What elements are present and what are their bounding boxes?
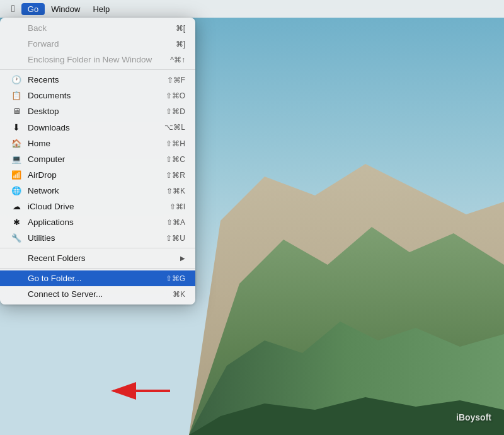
computer-shortcut: ⇧⌘C [166, 155, 185, 164]
icloud-shortcut: ⇧⌘I [169, 202, 185, 211]
sep-1 [0, 69, 195, 70]
menu-item-network[interactable]: 🌐 Network ⇧⌘K [0, 183, 195, 199]
desktop-shortcut: ⇧⌘D [166, 107, 185, 116]
icloud-label: iCloud Drive [28, 202, 169, 211]
desktop-icon: 🖥 [10, 107, 23, 116]
forward-label: Forward [28, 39, 176, 49]
menu-item-airdrop[interactable]: 📶 AirDrop ⇧⌘R [0, 167, 195, 183]
airdrop-icon: 📶 [10, 170, 23, 180]
menu-item-downloads[interactable]: ⬇ Downloads ⌥⌘L [0, 119, 195, 136]
menu-item-home[interactable]: 🏠 Home ⇧⌘H [0, 136, 195, 151]
sep-2 [0, 248, 195, 248]
red-arrow-svg [101, 378, 176, 403]
menu-item-connect-server[interactable]: Connect to Server... ⌘K [0, 286, 195, 302]
forward-shortcut: ⌘] [176, 40, 185, 49]
home-shortcut: ⇧⌘H [166, 139, 185, 148]
sep-3 [0, 268, 195, 269]
menu-item-desktop[interactable]: 🖥 Desktop ⇧⌘D [0, 103, 195, 119]
back-label: Back [28, 23, 176, 33]
menu-item-computer[interactable]: 💻 Computer ⇧⌘C [0, 151, 195, 167]
enclosing-shortcut: ^⌘↑ [170, 55, 185, 64]
recent-folders-label: Recent Folders [28, 253, 180, 263]
recent-folders-arrow: ▶ [180, 255, 185, 262]
downloads-label: Downloads [28, 123, 164, 132]
menu-item-applications[interactable]: ✱ Applications ⇧⌘A [0, 214, 195, 230]
go-menu-dropdown: Back ⌘[ Forward ⌘] Enclosing Folder in N… [0, 18, 195, 304]
airdrop-shortcut: ⇧⌘R [166, 171, 185, 180]
menubar-window[interactable]: Window [45, 3, 86, 15]
downloads-icon: ⬇ [10, 122, 23, 132]
recents-label: Recents [28, 75, 167, 84]
menubar-go[interactable]: Go [21, 3, 45, 15]
applications-icon: ✱ [10, 218, 23, 227]
menu-item-back[interactable]: Back ⌘[ [0, 20, 195, 36]
home-icon: 🏠 [10, 139, 23, 148]
menu-item-icloud[interactable]: ☁ iCloud Drive ⇧⌘I [0, 199, 195, 214]
home-label: Home [28, 139, 166, 148]
utilities-shortcut: ⇧⌘U [166, 234, 185, 243]
arrow-annotation [101, 378, 176, 406]
connect-server-label: Connect to Server... [28, 289, 173, 299]
recents-shortcut: ⇧⌘F [167, 76, 185, 84]
network-label: Network [28, 186, 166, 195]
menu-item-documents[interactable]: 📋 Documents ⇧⌘O [0, 88, 195, 103]
documents-label: Documents [28, 91, 166, 100]
goto-folder-label: Go to Folder... [28, 274, 166, 283]
menu-item-utilities[interactable]: 🔧 Utilities ⇧⌘U [0, 230, 195, 246]
utilities-icon: 🔧 [10, 233, 23, 243]
watermark: iBoysoft [456, 412, 491, 422]
documents-shortcut: ⇧⌘O [166, 91, 185, 100]
menubar:  Go Window Help [0, 0, 504, 18]
goto-folder-shortcut: ⇧⌘G [166, 274, 185, 283]
airdrop-label: AirDrop [28, 170, 166, 180]
menu-item-recent-folders[interactable]: Recent Folders ▶ [0, 250, 195, 266]
documents-icon: 📋 [10, 91, 23, 100]
menubar-help[interactable]: Help [86, 3, 116, 15]
menu-item-goto-folder[interactable]: Go to Folder... ⇧⌘G [0, 270, 195, 286]
utilities-label: Utilities [28, 233, 166, 243]
back-shortcut: ⌘[ [176, 24, 185, 33]
network-shortcut: ⇧⌘K [166, 187, 185, 195]
applications-label: Applications [28, 218, 166, 227]
icloud-icon: ☁ [10, 202, 23, 211]
enclosing-label: Enclosing Folder in New Window [28, 55, 170, 64]
apple-menu[interactable]:  [5, 3, 21, 14]
recents-icon: 🕐 [10, 75, 23, 84]
menu-item-forward[interactable]: Forward ⌘] [0, 36, 195, 52]
connect-server-shortcut: ⌘K [173, 290, 185, 299]
computer-icon: 💻 [10, 154, 23, 164]
applications-shortcut: ⇧⌘A [166, 218, 185, 227]
network-icon: 🌐 [10, 186, 23, 195]
menu-item-recents[interactable]: 🕐 Recents ⇧⌘F [0, 72, 195, 88]
menu-item-enclosing[interactable]: Enclosing Folder in New Window ^⌘↑ [0, 52, 195, 67]
desktop-label: Desktop [28, 107, 166, 116]
computer-label: Computer [28, 154, 166, 164]
downloads-shortcut: ⌥⌘L [164, 123, 185, 132]
